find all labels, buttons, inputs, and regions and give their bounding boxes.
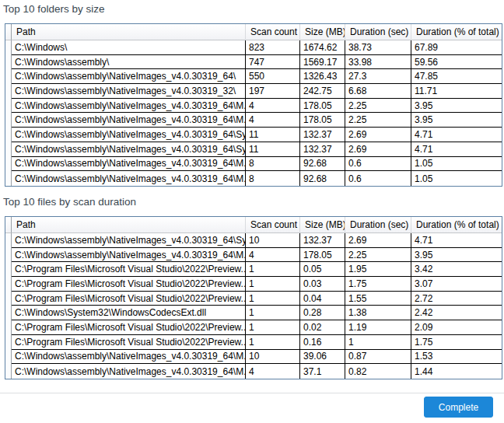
- table-row[interactable]: C:\Windows\assembly\NativeImages_v4.0.30…: [5, 248, 502, 263]
- column-header-duration-sec[interactable]: Duration (sec): [345, 217, 411, 233]
- cell-value: 1.05: [411, 171, 502, 186]
- table-row[interactable]: C:\Windows\assembly\NativeImages_v4.0.30…: [5, 364, 502, 379]
- table-row[interactable]: C:\Program Files\Microsoft Visual Studio…: [5, 292, 502, 306]
- cell-value: 37.1: [300, 364, 345, 379]
- row-header[interactable]: [5, 113, 12, 128]
- column-header-path[interactable]: Path: [12, 217, 246, 233]
- row-header[interactable]: [5, 306, 12, 320]
- cell-value: 178.05: [300, 248, 345, 263]
- cell-value: 10: [246, 233, 300, 248]
- table-row[interactable]: C:\Windows\assembly\NativeImages_v4.0.30…: [5, 171, 502, 186]
- table-row[interactable]: C:\Windows\assembly\NativeImages_v4.0.30…: [5, 142, 502, 157]
- cell-value: 0.03: [300, 277, 345, 292]
- cell-value: 242.75: [300, 84, 345, 99]
- column-header-size-mb[interactable]: Size (MB): [300, 217, 345, 233]
- folders-table: PathScan countSize (MB)Duration (sec)Dur…: [5, 23, 502, 187]
- cell-value: 39.06: [300, 350, 345, 365]
- table-row[interactable]: C:\Windows\8231674.6238.7367.89: [5, 40, 502, 55]
- table-row[interactable]: C:\Windows\assembly\NativeImages_v4.0.30…: [5, 233, 502, 248]
- row-header[interactable]: [5, 142, 12, 157]
- column-header-scan-count[interactable]: Scan count: [246, 24, 300, 40]
- row-header[interactable]: [5, 248, 12, 263]
- cell-value: 1.38: [345, 306, 411, 320]
- complete-button[interactable]: Complete: [424, 397, 493, 418]
- cell-value: 132.37: [300, 233, 345, 248]
- row-header[interactable]: [5, 69, 12, 84]
- row-header[interactable]: [5, 262, 12, 277]
- cell-value: 3.42: [411, 262, 502, 277]
- row-header[interactable]: [5, 233, 12, 248]
- cell-value: 4: [246, 364, 300, 379]
- table-row[interactable]: C:\Windows\assembly\NativeImages_v4.0.30…: [5, 128, 502, 142]
- cell-value: 47.85: [411, 69, 502, 84]
- cell-value: 823: [246, 40, 300, 55]
- cell-path: C:\Program Files\Microsoft Visual Studio…: [12, 335, 246, 350]
- row-header[interactable]: [5, 320, 12, 335]
- column-header-duration-of-total[interactable]: Duration (% of total): [411, 24, 502, 40]
- table-row[interactable]: C:\Windows\assembly\NativeImages_v4.0.30…: [5, 350, 502, 365]
- cell-value: 197: [246, 84, 300, 99]
- cell-value: 550: [246, 69, 300, 84]
- select-all-corner[interactable]: [5, 217, 12, 233]
- row-header[interactable]: [5, 350, 12, 365]
- row-header[interactable]: [5, 335, 12, 350]
- cell-path: C:\Windows\assembly\NativeImages_v4.0.30…: [12, 142, 246, 157]
- cell-value: 4: [246, 99, 300, 114]
- table-row[interactable]: C:\Windows\assembly\NativeImages_v4.0.30…: [5, 113, 502, 128]
- cell-value: 1.55: [345, 292, 411, 306]
- row-header[interactable]: [5, 292, 12, 306]
- cell-value: 0.82: [345, 364, 411, 379]
- table-row[interactable]: C:\Windows\assembly\NativeImages_v4.0.30…: [5, 84, 502, 99]
- table-row[interactable]: C:\Program Files\Microsoft Visual Studio…: [5, 277, 502, 292]
- cell-value: 3.95: [411, 113, 502, 128]
- column-header-scan-count[interactable]: Scan count: [246, 217, 300, 233]
- table-row[interactable]: C:\Windows\assembly\NativeImages_v4.0.30…: [5, 99, 502, 114]
- cell-path: C:\Windows\: [12, 40, 246, 55]
- row-header[interactable]: [5, 40, 12, 55]
- row-header[interactable]: [5, 128, 12, 142]
- cell-value: 2.69: [345, 128, 411, 142]
- table-row[interactable]: C:\Windows\assembly\NativeImages_v4.0.30…: [5, 157, 502, 172]
- folders-section-title: Top 10 folders by size: [3, 3, 105, 15]
- cell-value: 2.69: [345, 233, 411, 248]
- table-row[interactable]: C:\Windows\assembly\NativeImages_v4.0.30…: [5, 69, 502, 84]
- column-header-path[interactable]: Path: [12, 24, 246, 40]
- row-header[interactable]: [5, 157, 12, 172]
- row-header[interactable]: [5, 55, 12, 70]
- column-header-size-mb[interactable]: Size (MB): [300, 24, 345, 40]
- cell-value: 1326.43: [300, 69, 345, 84]
- cell-value: 1.95: [345, 262, 411, 277]
- column-header-duration-sec[interactable]: Duration (sec): [345, 24, 411, 40]
- table-row[interactable]: C:\Windows\System32\WindowsCodecsExt.dll…: [5, 306, 502, 320]
- cell-value: 2.09: [411, 320, 502, 335]
- cell-value: 92.68: [300, 171, 345, 186]
- table-row[interactable]: C:\Program Files\Microsoft Visual Studio…: [5, 262, 502, 277]
- table-row[interactable]: C:\Program Files\Microsoft Visual Studio…: [5, 335, 502, 350]
- row-header[interactable]: [5, 171, 12, 186]
- cell-path: C:\Windows\assembly\NativeImages_v4.0.30…: [12, 233, 246, 248]
- cell-value: 1569.17: [300, 55, 345, 70]
- row-header[interactable]: [5, 364, 12, 379]
- cell-path: C:\Program Files\Microsoft Visual Studio…: [12, 292, 246, 306]
- cell-value: 132.37: [300, 142, 345, 157]
- row-header[interactable]: [5, 99, 12, 114]
- table-row[interactable]: C:\Program Files\Microsoft Visual Studio…: [5, 320, 502, 335]
- cell-value: 27.3: [345, 69, 411, 84]
- cell-value: 0.87: [345, 350, 411, 365]
- row-header[interactable]: [5, 277, 12, 292]
- cell-value: 178.05: [300, 99, 345, 114]
- table-row[interactable]: C:\Windows\assembly\7471569.1733.9859.56: [5, 55, 502, 70]
- cell-value: 0.16: [300, 335, 345, 350]
- select-all-corner[interactable]: [5, 24, 12, 40]
- row-header[interactable]: [5, 84, 12, 99]
- cell-value: 4.71: [411, 233, 502, 248]
- cell-value: 4: [246, 113, 300, 128]
- cell-value: 0.02: [300, 320, 345, 335]
- cell-value: 1674.62: [300, 40, 345, 55]
- cell-value: 1.19: [345, 320, 411, 335]
- cell-path: C:\Windows\System32\WindowsCodecsExt.dll: [12, 306, 246, 320]
- column-header-duration-of-total[interactable]: Duration (% of total): [411, 217, 502, 233]
- files-table: PathScan countSize (MB)Duration (sec)Dur…: [5, 216, 502, 379]
- cell-path: C:\Windows\assembly\NativeImages_v4.0.30…: [12, 171, 246, 186]
- cell-value: 0.04: [300, 292, 345, 306]
